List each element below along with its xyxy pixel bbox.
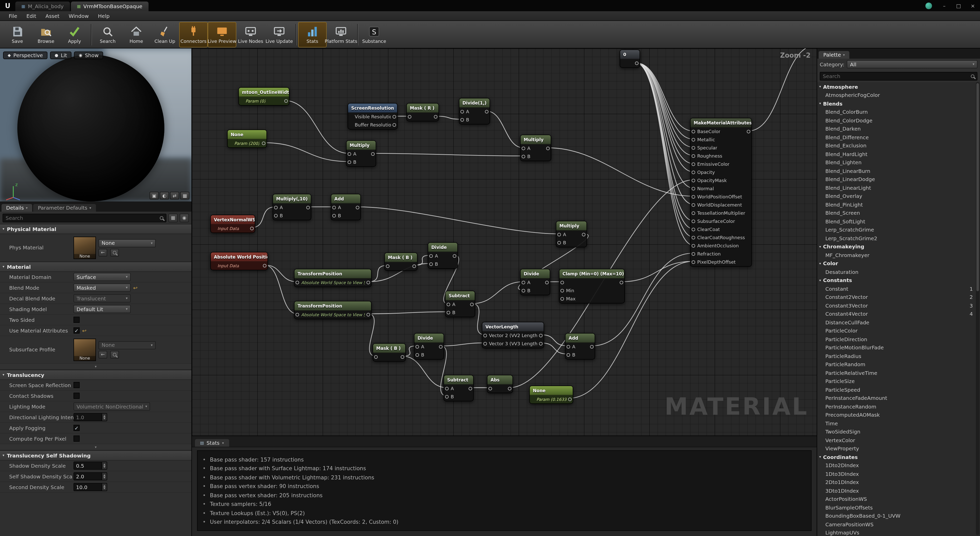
input-pin[interactable] [566,345,570,349]
palette-search-input[interactable]: Search [820,71,977,80]
output-pin[interactable] [635,62,638,65]
palette-category-blends[interactable]: ▾Blends [817,100,980,108]
use-selected-icon[interactable]: ← [99,249,107,256]
input-pin[interactable] [415,353,419,357]
input-pin[interactable] [415,345,419,349]
viewport-show-button[interactable]: ◉Show [74,51,103,59]
checkbox-use-material-attributes[interactable]: ✓ [73,327,80,333]
node-none[interactable]: NoneParam (200) [227,130,267,148]
palette-item-blend-softlight[interactable]: Blend_SoftLight [817,217,980,226]
node-transformposition[interactable]: TransformPositionAbsolute World Space to… [294,301,372,319]
input-pin[interactable] [560,281,564,284]
node-divide[interactable]: DivideAB [520,269,550,295]
menu-item-window[interactable]: Window [64,12,94,20]
palette-item-precomputedaomask[interactable]: PrecomputedAOMask [817,411,980,419]
input-pin[interactable] [408,115,411,119]
output-pin[interactable] [545,281,549,284]
node-absolute-world-position[interactable]: Absolute World PositionInput Data [210,252,268,270]
tab-details[interactable]: Details▾ [2,204,32,212]
toolbar-live-nodes-button[interactable]: Live Nodes [236,22,265,47]
shade-icon[interactable]: ◐ [160,192,169,200]
node-multiply-10[interactable]: Multiply(,10)AB [272,194,311,220]
input-pin[interactable] [386,265,390,268]
palette-item-atmosphericfogcolor[interactable]: AtmosphericFogColor [817,91,980,100]
viewport-lit-button[interactable]: ●Lit [50,51,72,59]
input-pin[interactable] [332,214,336,217]
palette-item-particlecolor[interactable]: ParticleColor [817,327,980,335]
input-pin[interactable] [484,334,487,337]
section-material[interactable]: ▾Material [0,262,191,272]
graph-wire[interactable] [621,262,693,282]
graph-wire[interactable] [441,343,485,346]
output-pin[interactable] [582,233,585,236]
loop-icon[interactable]: ⇄ [170,192,179,200]
palette-item-blend-colordodge[interactable]: Blend_ColorDodge [817,116,980,125]
node-multiply[interactable]: MultiplyAB [520,135,551,161]
viewport-perspective-button[interactable]: ◆Perspective [3,51,48,59]
output-pin[interactable] [306,206,310,209]
asset-thumbnail[interactable]: None [73,236,96,259]
toolbar-save-button[interactable]: Save [3,22,32,47]
graph-wire[interactable] [635,63,693,188]
view-options-icon[interactable]: ◉ [180,213,189,222]
input-pin[interactable] [692,179,695,182]
palette-item-particlespeed[interactable]: ParticleSpeed [817,385,980,394]
palette-item-blend-difference[interactable]: Blend_Difference [817,133,980,141]
output-pin[interactable] [747,130,750,133]
palette-item-blend-darken[interactable]: Blend_Darken [817,125,980,133]
graph-wire[interactable] [472,282,523,304]
node-abs[interactable]: Abs [487,375,513,393]
input-pin[interactable] [692,244,695,247]
output-pin[interactable] [469,387,472,390]
dropdown-subsurface-profile[interactable]: None▾ [99,341,156,349]
graph-wire[interactable] [487,111,523,148]
input-pin[interactable] [692,203,695,207]
checkbox-two-sided[interactable] [73,317,80,323]
palette-item-blend-colorburn[interactable]: Blend_ColorBurn [817,108,980,116]
palette-item-blend-hardlight[interactable]: Blend_HardLight [817,150,980,159]
node-mask-b[interactable]: Mask ( B ) [372,343,406,362]
graph-wire[interactable] [635,63,693,204]
input-pin[interactable] [692,162,695,166]
toolbar-platform-stats-button[interactable]: Platform Stats [327,22,355,47]
frame-icon[interactable]: ▣ [150,192,159,200]
input-pin[interactable] [692,260,695,264]
output-pin[interactable] [262,141,266,145]
input-pin[interactable] [332,206,336,209]
input-pin[interactable] [692,130,695,133]
spin-down-icon[interactable]: ▼ [103,487,105,490]
graph-wire[interactable] [372,153,523,156]
dropdown-phys-material[interactable]: None▾ [99,239,156,247]
palette-item-lightmapuvs[interactable]: LightmapUVs [817,529,980,536]
tab-parameter-defaults[interactable]: Parameter Defaults▾ [33,204,96,212]
output-pin[interactable] [371,152,375,156]
palette-item-time[interactable]: Time [817,419,980,428]
input-pin[interactable] [692,146,695,150]
graph-wire[interactable] [635,63,693,139]
palette-item-actorpositionws[interactable]: ActorPositionWS [817,495,980,503]
input-pin[interactable] [560,289,564,292]
number-input-second-density-scale[interactable]: 10.0▲▼ [73,483,107,491]
input-pin[interactable] [274,206,278,209]
input-pin[interactable] [460,118,464,122]
node-clamp-min-0-max-10[interactable]: Clamp (Min=0) (Max=10)MinMax [559,269,625,303]
output-pin[interactable] [401,355,404,359]
maximize-button[interactable]: □ [951,0,966,11]
node-divide[interactable]: DivideAB [414,333,444,360]
spin-down-icon[interactable]: ▼ [103,466,105,468]
palette-scrollbar[interactable] [976,82,980,535]
use-selected-icon[interactable]: ← [99,350,107,358]
palette-item-blend-linearburn[interactable]: Blend_LinearBurn [817,167,980,175]
input-pin[interactable] [692,211,695,215]
section-physical-material[interactable]: ▾Physical Material [0,224,191,234]
palette-item-perinstancefadeamount[interactable]: PerInstanceFadeAmount [817,394,980,403]
node-mask-r[interactable]: Mask ( R ) [406,103,439,121]
input-pin[interactable] [692,252,695,256]
reset-to-default-icon[interactable]: ↩ [82,328,86,333]
palette-item-blursampleoffsets[interactable]: BlurSampleOffsets [817,503,980,512]
palette-item-blend-exclusion[interactable]: Blend_Exclusion [817,141,980,150]
graph-wire[interactable] [541,335,568,346]
property-matrix-icon[interactable]: ▦ [169,213,178,222]
input-pin[interactable] [429,262,433,266]
input-pin[interactable] [692,171,695,174]
